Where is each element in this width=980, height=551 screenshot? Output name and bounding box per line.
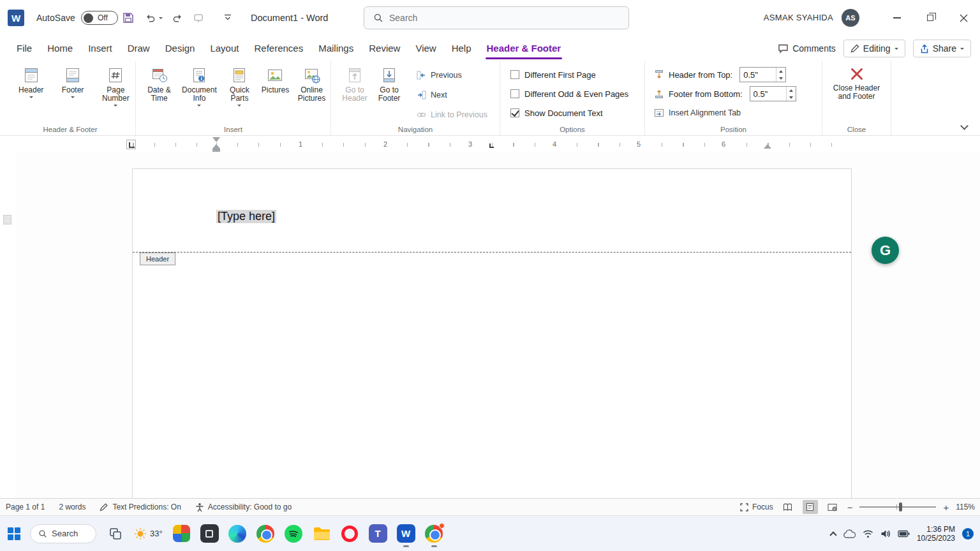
footer-from-bottom-spinner[interactable] — [750, 86, 796, 101]
footer-button[interactable]: Footer — [54, 62, 91, 122]
grammarly-widget[interactable]: G — [872, 237, 899, 264]
link-to-previous-button[interactable]: Link to Previous — [413, 107, 491, 123]
header-button[interactable]: Header — [13, 62, 49, 122]
battery-icon[interactable] — [898, 530, 910, 538]
spinner-arrows[interactable] — [786, 87, 796, 101]
web-layout-button[interactable] — [825, 500, 840, 514]
accessibility-status[interactable]: Accessibility: Good to go — [195, 503, 292, 512]
date-time-button[interactable]: Date & Time — [141, 62, 177, 122]
customize-quick-access-button[interactable] — [223, 14, 232, 22]
document-info-button[interactable]: Document Info — [179, 62, 220, 122]
page-indicator[interactable]: Page 1 of 1 — [6, 503, 45, 511]
vertical-ruler[interactable] — [0, 153, 16, 498]
tray-overflow-chevron-icon[interactable] — [829, 531, 836, 538]
zoom-slider-thumb[interactable] — [899, 503, 902, 511]
footer-from-bottom-input[interactable] — [750, 87, 786, 101]
tab-insert[interactable]: Insert — [88, 36, 112, 61]
page-number-button[interactable]: Page Number — [96, 62, 135, 122]
browser-app-icon[interactable] — [425, 524, 443, 543]
read-mode-button[interactable] — [780, 500, 796, 514]
online-pictures-button[interactable]: Online Pictures — [293, 62, 330, 122]
taskbar-search[interactable]: Search — [30, 524, 96, 543]
print-layout-button[interactable] — [803, 500, 818, 514]
close-button[interactable] — [947, 0, 980, 36]
avatar[interactable]: AS — [842, 9, 859, 27]
focus-mode-button[interactable]: Focus — [740, 503, 773, 511]
zoom-out-button[interactable]: − — [847, 503, 853, 512]
word-logo-icon[interactable]: W — [8, 10, 24, 26]
insert-alignment-tab-button[interactable]: Insert Alignment Tab — [650, 105, 745, 121]
teams-app-icon[interactable]: T — [369, 524, 387, 543]
spinner-down-icon[interactable] — [779, 77, 783, 80]
touch-mouse-mode-button[interactable] — [193, 12, 204, 24]
zoom-slider[interactable] — [859, 503, 936, 511]
tab-design[interactable]: Design — [165, 36, 195, 61]
redo-button[interactable] — [172, 12, 184, 24]
text-predictions-status[interactable]: Text Predictions: On — [100, 503, 181, 511]
spinner-up-icon[interactable] — [779, 70, 783, 73]
wifi-icon[interactable] — [863, 529, 873, 538]
search-bar[interactable] — [364, 6, 629, 29]
spinner-down-icon[interactable] — [789, 96, 793, 99]
clock[interactable]: 1:36 PM 10/25/2023 — [917, 525, 955, 543]
task-view-button[interactable] — [106, 524, 124, 543]
spinner-up-icon[interactable] — [789, 89, 793, 92]
tab-draw[interactable]: Draw — [128, 36, 150, 61]
chrome-browser-icon[interactable] — [256, 524, 275, 543]
header-placeholder-text[interactable]: [Type here] — [216, 210, 276, 223]
go-to-header-button[interactable]: Go to Header — [338, 62, 372, 122]
go-to-footer-button[interactable]: Go to Footer — [372, 62, 406, 122]
onedrive-cloud-icon[interactable] — [843, 529, 856, 539]
comments-button[interactable]: Comments — [778, 43, 836, 54]
taskbar-app-icon[interactable] — [172, 524, 191, 543]
tab-help[interactable]: Help — [452, 36, 471, 61]
header-from-top-input[interactable] — [740, 68, 776, 82]
first-line-indent-marker[interactable] — [212, 137, 220, 142]
quick-parts-button[interactable]: Quick Parts — [221, 62, 258, 122]
pictures-button[interactable]: Pictures — [259, 62, 292, 122]
edge-browser-icon[interactable] — [228, 524, 247, 543]
different-first-page-checkbox[interactable]: Different First Page — [500, 65, 644, 84]
tab-layout[interactable]: Layout — [210, 36, 239, 61]
next-button[interactable]: Next — [413, 87, 491, 103]
zoom-level[interactable]: 115% — [956, 503, 975, 511]
word-count[interactable]: 2 words — [59, 503, 85, 511]
start-button[interactable] — [8, 527, 20, 540]
document-page[interactable]: [Type here] Header — [132, 168, 852, 498]
weather-widget[interactable]: 33° — [134, 527, 163, 540]
show-document-text-checkbox[interactable]: Show Document Text — [500, 103, 644, 122]
tab-file[interactable]: File — [17, 36, 32, 61]
word-app-icon[interactable]: W — [397, 524, 415, 543]
left-indent-marker[interactable] — [212, 149, 220, 152]
tab-review[interactable]: Review — [369, 36, 400, 61]
different-odd-even-checkbox[interactable]: Different Odd & Even Pages — [500, 84, 644, 103]
tab-header-footer[interactable]: Header & Footer — [487, 36, 561, 61]
horizontal-ruler[interactable]: 1 2 3 4 5 6 — [132, 136, 852, 153]
close-header-footer-button[interactable]: Close Header and Footer — [825, 61, 889, 121]
volume-icon[interactable] — [880, 529, 891, 538]
undo-menu-caret-icon[interactable] — [159, 17, 163, 19]
hanging-indent-marker[interactable] — [212, 144, 220, 149]
spinner-arrows[interactable] — [776, 68, 785, 82]
file-explorer-icon[interactable] — [313, 524, 331, 543]
opera-browser-icon[interactable] — [341, 524, 359, 543]
right-indent-marker[interactable] — [764, 144, 771, 149]
autosave-toggle[interactable]: Off — [81, 11, 118, 25]
minimize-button[interactable] — [880, 0, 914, 36]
notification-count-badge[interactable]: 1 — [962, 528, 974, 540]
previous-button[interactable]: Previous — [413, 67, 491, 84]
zoom-in-button[interactable]: + — [943, 503, 949, 512]
tab-references[interactable]: References — [254, 36, 303, 61]
spotify-app-icon[interactable] — [285, 524, 303, 543]
tab-stop-marker[interactable] — [489, 143, 494, 148]
tab-view[interactable]: View — [415, 36, 436, 61]
editing-mode-button[interactable]: Editing — [843, 40, 905, 57]
header-from-top-spinner[interactable] — [739, 67, 786, 82]
document-canvas[interactable]: [Type here] Header G — [0, 153, 980, 498]
restore-button[interactable] — [914, 0, 947, 36]
taskbar-app-icon[interactable] — [200, 524, 219, 543]
tab-mailings[interactable]: Mailings — [318, 36, 353, 61]
tab-home[interactable]: Home — [47, 36, 73, 61]
undo-button[interactable] — [144, 12, 156, 24]
collapse-ribbon-icon[interactable] — [960, 122, 969, 130]
